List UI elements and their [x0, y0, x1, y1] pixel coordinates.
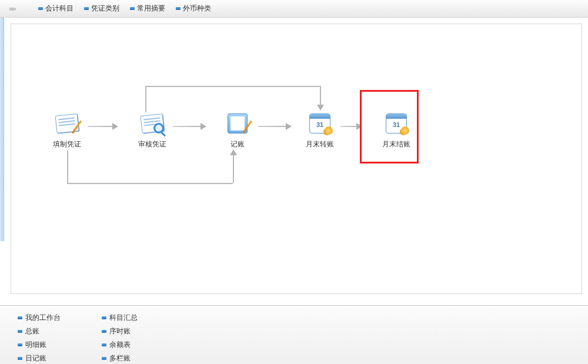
- bottom-link-my-workbench[interactable]: 我的工作台: [18, 313, 61, 323]
- bottom-link-multi-column[interactable]: 多栏账: [102, 353, 138, 363]
- bottom-link-subject-summary[interactable]: 科目汇总: [102, 313, 138, 323]
- bullet-icon: [38, 6, 43, 11]
- bullet-icon: [102, 316, 106, 320]
- bottom-col-1: 我的工作台 总账 明细账 日记账: [18, 313, 61, 363]
- document-pen-icon: [53, 112, 81, 136]
- notebook-pen-icon: [223, 112, 252, 136]
- bottom-link-balance-sheet[interactable]: 余额表: [102, 340, 138, 350]
- bullet-icon: [130, 6, 135, 11]
- flow-node-audit-voucher[interactable]: 审核凭证: [126, 112, 179, 149]
- bottom-col-2: 科目汇总 序时账 余额表 多栏账: [102, 313, 138, 363]
- selection-highlight: [360, 90, 419, 163]
- bullet-icon: [18, 329, 22, 334]
- link-label: 日记账: [25, 353, 46, 363]
- bullet-icon: [18, 343, 22, 348]
- workflow-canvas: 填制凭证 审核凭证 记账 月末转账 月末结账: [11, 24, 582, 294]
- bullet-icon: [18, 356, 22, 361]
- link-label: 科目汇总: [109, 313, 138, 323]
- top-links: 会计科目 凭证类别 常用摘要 外币种类: [38, 4, 211, 14]
- flow-line: [145, 86, 320, 87]
- bottom-link-sequential-ledger[interactable]: 序时账: [102, 326, 138, 336]
- link-label: 外币种类: [183, 4, 211, 14]
- flow-line: [233, 157, 234, 183]
- flow-node-booking[interactable]: 记账: [211, 112, 264, 149]
- bullet-icon: [102, 356, 106, 361]
- bullet-icon: [102, 343, 106, 348]
- bottom-link-general-ledger[interactable]: 总账: [18, 326, 61, 336]
- bullet-icon: [176, 6, 181, 11]
- flow-arrow: [233, 151, 234, 157]
- top-link-currency[interactable]: 外币种类: [176, 4, 211, 14]
- flow-arrow: [320, 86, 321, 109]
- flow-node-month-transfer[interactable]: 月末转账: [293, 112, 346, 149]
- flow-line: [67, 183, 233, 184]
- top-link-voucher-type[interactable]: 凭证类别: [84, 4, 119, 14]
- document-magnifier-icon: [138, 112, 166, 136]
- flow-diagram: 填制凭证 审核凭证 记账 月末转账 月末结账: [11, 24, 582, 293]
- link-label: 明细账: [25, 340, 46, 350]
- link-label: 余额表: [109, 340, 131, 350]
- node-label: 填制凭证: [41, 139, 93, 149]
- top-link-summary[interactable]: 常用摘要: [130, 4, 165, 14]
- bullet-icon: [102, 329, 106, 334]
- link-label: 会计科目: [45, 4, 74, 14]
- bottom-panel: 我的工作台 总账 明细账 日记账 科目汇总 序时账 余额表 多栏账: [0, 305, 588, 364]
- link-label: 常用摘要: [137, 4, 165, 14]
- node-label: 审核凭证: [126, 139, 179, 149]
- bottom-link-journal[interactable]: 日记账: [18, 353, 61, 363]
- node-label: 月末转账: [293, 139, 346, 149]
- link-label: 凭证类别: [91, 4, 119, 14]
- flow-node-fill-voucher[interactable]: 填制凭证: [41, 112, 93, 149]
- link-label: 多栏账: [109, 353, 131, 363]
- flow-line: [67, 151, 68, 183]
- link-label: 我的工作台: [25, 313, 61, 323]
- node-label: 记账: [211, 139, 264, 149]
- top-link-accounts[interactable]: 会计科目: [38, 4, 74, 14]
- expand-icon[interactable]: »»: [3, 4, 21, 13]
- side-handle[interactable]: [0, 18, 4, 241]
- topbar: »» 会计科目 凭证类别 常用摘要 外币种类: [0, 0, 588, 18]
- flow-line: [145, 86, 146, 112]
- bullet-icon: [84, 6, 89, 11]
- link-label: 总账: [25, 326, 39, 336]
- link-label: 序时账: [109, 326, 131, 336]
- calendar-coins-icon: [306, 112, 334, 136]
- bullet-icon: [18, 316, 22, 320]
- bottom-link-detail-ledger[interactable]: 明细账: [18, 340, 61, 350]
